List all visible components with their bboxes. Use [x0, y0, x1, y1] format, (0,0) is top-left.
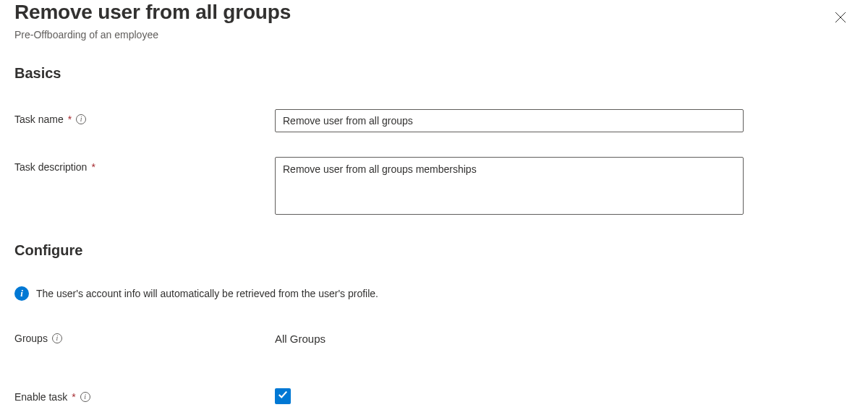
section-configure-title: Configure	[14, 242, 851, 259]
enable-task-checkbox[interactable]	[275, 388, 291, 404]
task-description-input[interactable]	[275, 157, 744, 215]
close-button[interactable]	[829, 6, 852, 29]
required-indicator: *	[72, 391, 75, 403]
page-title: Remove user from all groups	[14, 0, 829, 25]
task-description-label: Task description	[14, 161, 87, 173]
section-basics-title: Basics	[14, 65, 851, 82]
groups-value: All Groups	[275, 328, 744, 345]
task-name-input[interactable]	[275, 109, 744, 132]
info-message: The user's account info will automatical…	[36, 288, 378, 299]
page-subtitle: Pre-Offboarding of an employee	[14, 29, 829, 40]
info-icon[interactable]: i	[80, 392, 90, 402]
required-indicator: *	[91, 161, 95, 173]
checkmark-icon	[278, 390, 288, 403]
info-icon[interactable]: i	[52, 333, 62, 343]
info-icon: i	[14, 286, 29, 301]
required-indicator: *	[68, 114, 72, 125]
enable-task-label: Enable task	[14, 391, 67, 403]
groups-label: Groups	[14, 333, 48, 344]
info-icon[interactable]: i	[76, 114, 86, 124]
task-name-label: Task name	[14, 114, 64, 125]
